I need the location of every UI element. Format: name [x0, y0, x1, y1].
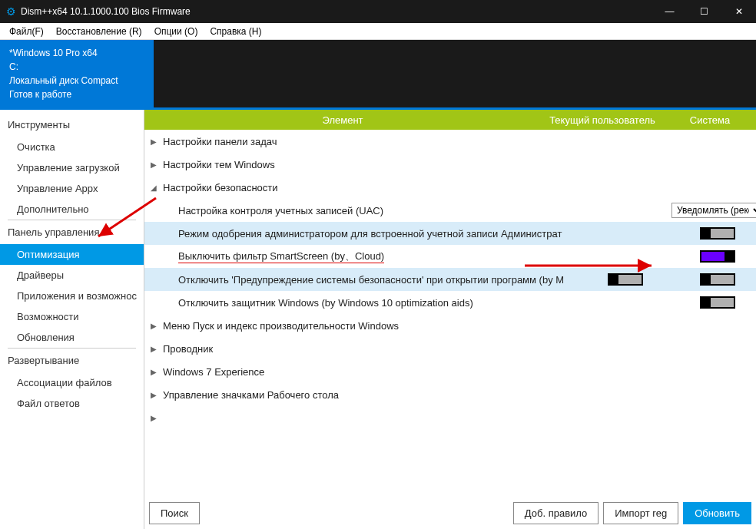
import-reg-button[interactable]: Импорт reg [603, 502, 678, 524]
add-rule-button[interactable]: Доб. правило [513, 502, 598, 524]
row-label: Отключить защитник Windows (by Windows 1… [163, 297, 572, 309]
refresh-button[interactable]: Обновить [683, 502, 751, 524]
info-os: *Windows 10 Pro x64 [9, 46, 144, 60]
window-title: Dism++x64 10.1.1000.100 Bios Firmware [21, 6, 652, 17]
chevron-right-icon[interactable]: ▶ [144, 414, 163, 422]
row-more[interactable]: ▶ [144, 406, 756, 429]
menu-recovery[interactable]: Восстановление (R) [50, 25, 148, 38]
row-taskbar[interactable]: ▶ Настройки панели задач [144, 130, 756, 153]
row-label: Режим одобрения администратором для встр… [163, 228, 572, 240]
sidebar: Инструменты Очистка Управление загрузкой… [0, 110, 144, 529]
menu-help[interactable]: Справка (H) [204, 25, 267, 38]
chevron-right-icon[interactable]: ▶ [144, 391, 163, 399]
sidebar-item-answer[interactable]: Файл ответов [0, 393, 144, 414]
menu-file[interactable]: Файл(F) [3, 25, 50, 38]
row-desktop-icons[interactable]: ▶ Управление значками Рабочего стола [144, 383, 756, 406]
row-label: Windows 7 Experience [163, 366, 572, 378]
app-icon: ⚙ [6, 5, 16, 18]
row-label: Настройка контроля учетных записей (UAC) [163, 205, 572, 216]
maximize-button[interactable]: ☐ [687, 0, 721, 23]
menubar: Файл(F) Восстановление (R) Опции (O) Спр… [0, 23, 756, 40]
row-uac[interactable]: Настройка контроля учетных записей (UAC)… [144, 199, 756, 222]
sidebar-item-cleanup[interactable]: Очистка [0, 137, 144, 157]
sidebar-group-deploy: Развертывание [0, 349, 144, 372]
toggle-secwarn-user[interactable] [608, 273, 643, 286]
sidebar-item-optimize[interactable]: Оптимизация [0, 244, 144, 265]
menu-options[interactable]: Опции (O) [148, 25, 204, 38]
row-label: Настройки безопасности [163, 182, 572, 193]
row-win7exp[interactable]: ▶ Windows 7 Experience [144, 360, 756, 383]
sidebar-item-drivers[interactable]: Драйверы [0, 265, 144, 286]
row-security[interactable]: ◢ Настройки безопасности [144, 176, 756, 199]
info-drive: C: [9, 60, 144, 74]
sidebar-item-boot[interactable]: Управление загрузкой [0, 157, 144, 178]
row-label: Настройки тем Windows [163, 159, 572, 170]
row-explorer[interactable]: ▶ Проводник [144, 337, 756, 360]
button-bar: Поиск Доб. правило Импорт reg Обновить [144, 497, 756, 529]
chevron-right-icon[interactable]: ▶ [144, 160, 163, 169]
uac-combo[interactable]: Уведомлять (реком [671, 203, 756, 218]
row-admin-mode[interactable]: Режим одобрения администратором для встр… [144, 222, 756, 245]
column-header: Элемент Текущий пользователь Система [144, 110, 756, 130]
toggle-secwarn-system[interactable] [700, 273, 735, 286]
sidebar-group-tools: Инструменты [0, 113, 144, 137]
toggle-defender-system[interactable] [700, 296, 735, 309]
chevron-right-icon[interactable]: ▶ [144, 345, 163, 353]
row-defender[interactable]: Отключить защитник Windows (by Windows 1… [144, 291, 756, 314]
toggle-smartscreen-system[interactable] [700, 250, 735, 263]
infobar: *Windows 10 Pro x64 C: Локальный диск Co… [0, 40, 756, 107]
chevron-right-icon[interactable]: ▶ [144, 368, 163, 376]
sidebar-group-cp: Панель управления [0, 220, 144, 244]
main-panel: Элемент Текущий пользователь Система ▶ Н… [144, 110, 756, 529]
sidebar-item-appx[interactable]: Управление Appx [0, 178, 144, 199]
sidebar-item-assoc[interactable]: Ассоциации файлов [0, 372, 144, 393]
close-button[interactable]: ✕ [721, 0, 756, 23]
chevron-right-icon[interactable]: ▶ [144, 137, 163, 146]
row-smartscreen[interactable]: Выключить фильтр SmartScreen (by、Cloud) [144, 245, 756, 268]
row-label: Выключить фильтр SmartScreen (by、Cloud) [163, 249, 572, 263]
chevron-right-icon[interactable]: ▶ [144, 322, 163, 330]
col-element: Элемент [144, 114, 541, 126]
row-security-warning[interactable]: Отключить 'Предупреждение системы безопа… [144, 268, 756, 291]
settings-list[interactable]: ▶ Настройки панели задач ▶ Настройки тем… [144, 130, 756, 497]
sidebar-item-updates[interactable]: Обновления [0, 327, 144, 348]
row-themes[interactable]: ▶ Настройки тем Windows [144, 153, 756, 176]
infobar-right [154, 40, 756, 107]
info-disk: Локальный диск Compact [9, 74, 144, 88]
row-label: Отключить 'Предупреждение системы безопа… [163, 274, 572, 286]
toggle-admin-mode-system[interactable] [700, 227, 735, 240]
row-label: Настройки панели задач [163, 136, 572, 147]
row-label: Меню Пуск и индекс производительности Wi… [163, 320, 572, 332]
infobar-left: *Windows 10 Pro x64 C: Локальный диск Co… [0, 40, 154, 107]
row-startmenu[interactable]: ▶ Меню Пуск и индекс производительности … [144, 314, 756, 337]
titlebar: ⚙ Dism++x64 10.1.1000.100 Bios Firmware … [0, 0, 756, 23]
minimize-button[interactable]: — [652, 0, 687, 23]
search-button[interactable]: Поиск [149, 502, 200, 524]
col-user: Текущий пользователь [541, 114, 664, 126]
chevron-down-icon[interactable]: ◢ [144, 183, 163, 192]
info-status: Готов к работе [9, 88, 144, 101]
row-label: Управление значками Рабочего стола [163, 389, 572, 401]
sidebar-item-features[interactable]: Возможности [0, 306, 144, 327]
sidebar-item-extra[interactable]: Дополнительно [0, 199, 144, 220]
sidebar-item-apps[interactable]: Приложения и возможнос [0, 286, 144, 306]
row-label: Проводник [163, 343, 572, 355]
col-system: Система [664, 114, 756, 126]
